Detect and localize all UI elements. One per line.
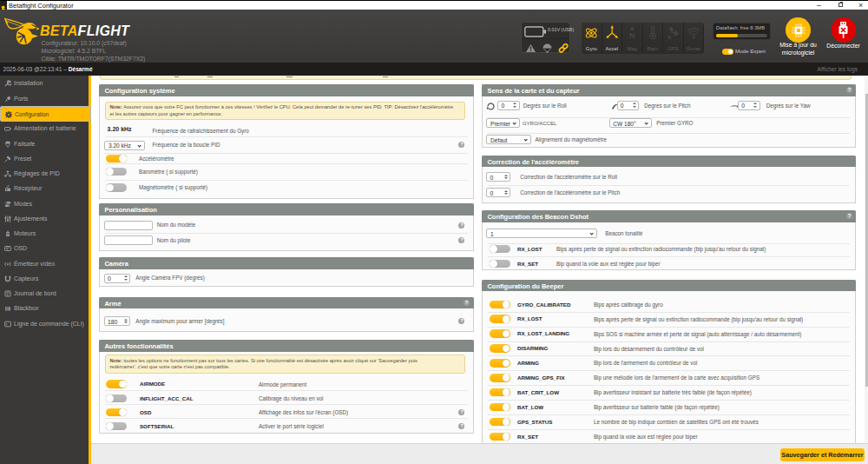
svg-text:N: N <box>629 31 635 40</box>
